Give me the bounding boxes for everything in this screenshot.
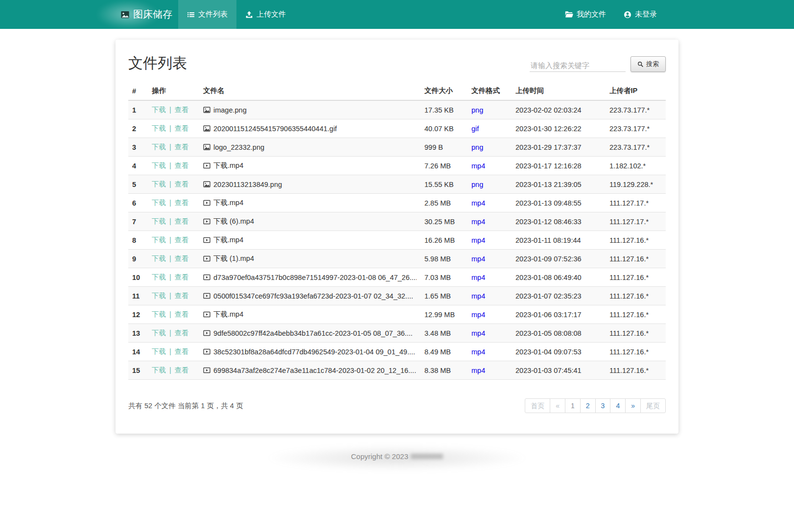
view-link[interactable]: 查看 (175, 292, 189, 300)
view-link[interactable]: 查看 (175, 143, 189, 151)
row-upload-time: 2023-01-29 17:37:37 (512, 138, 606, 157)
view-link[interactable]: 查看 (175, 236, 189, 244)
row-size: 30.25 MB (420, 212, 467, 231)
nav-item-label: 文件列表 (198, 10, 228, 19)
format-link[interactable]: mp4 (471, 367, 485, 374)
format-link[interactable]: mp4 (471, 255, 485, 263)
image-icon (203, 106, 210, 114)
format-link[interactable]: gif (471, 125, 479, 133)
row-filename: 下载.mp4 (199, 157, 420, 175)
view-link[interactable]: 查看 (175, 106, 189, 114)
row-size: 1.65 MB (420, 287, 467, 305)
format-link[interactable]: mp4 (471, 218, 485, 226)
nav-item-upload-file[interactable]: 上传文件 (236, 0, 295, 29)
row-upload-time: 2023-01-05 08:08:08 (512, 324, 606, 343)
view-link[interactable]: 查看 (175, 217, 189, 225)
view-link[interactable]: 查看 (175, 180, 189, 188)
format-link[interactable]: mp4 (471, 199, 485, 207)
nav-item-file-list[interactable]: 文件列表 (178, 0, 236, 29)
first-page-button: 首页 (525, 398, 550, 413)
download-link[interactable]: 下载 (152, 143, 166, 151)
video-icon (203, 311, 210, 318)
view-link[interactable]: 查看 (175, 366, 189, 374)
download-link[interactable]: 下载 (152, 292, 166, 300)
search-button[interactable]: 搜索 (631, 56, 666, 72)
download-link[interactable]: 下载 (152, 217, 166, 225)
format-link[interactable]: mp4 (471, 329, 485, 337)
filename-text: 0500f015347ce697fc93a193efa6723d-2023-01… (213, 292, 413, 300)
filename-cell: 9dfe58002c97ff42a4bebb34b17a61cc-2023-01… (203, 329, 417, 337)
download-link[interactable]: 下载 (152, 347, 166, 355)
format-link[interactable]: png (471, 181, 483, 188)
filename-cell: 下载.mp4 (203, 310, 417, 319)
row-filename: 下载.mp4 (199, 194, 420, 212)
download-link[interactable]: 下载 (152, 180, 166, 188)
video-icon (203, 292, 210, 300)
view-link[interactable]: 查看 (175, 347, 189, 355)
copyright-label: Copyright © 2023 (351, 452, 408, 461)
action-separator: | (166, 236, 175, 244)
row-index: 2 (128, 119, 148, 138)
search-input[interactable] (530, 59, 626, 72)
row-format: mp4 (467, 343, 512, 361)
download-link[interactable]: 下载 (152, 273, 166, 281)
row-format: mp4 (467, 157, 512, 175)
view-link[interactable]: 查看 (175, 162, 189, 169)
row-filename: 20230113213849.png (199, 175, 420, 194)
column-header: # (128, 82, 148, 100)
nav-item-login-status[interactable]: 未登录 (615, 0, 666, 29)
view-link[interactable]: 查看 (175, 254, 189, 262)
format-link[interactable]: mp4 (471, 162, 485, 170)
download-link[interactable]: 下载 (152, 124, 166, 132)
row-index: 1 (128, 100, 148, 119)
action-separator: | (166, 106, 175, 114)
download-link[interactable]: 下载 (152, 310, 166, 318)
row-size: 15.55 KB (420, 175, 467, 194)
row-upload-time: 2023-01-17 12:16:28 (512, 157, 606, 175)
view-link[interactable]: 查看 (175, 273, 189, 281)
download-link[interactable]: 下载 (152, 254, 166, 262)
download-link[interactable]: 下载 (152, 236, 166, 244)
nav-item-my-files[interactable]: 我的文件 (556, 0, 615, 29)
row-index: 15 (128, 361, 148, 380)
page-4-button[interactable]: 4 (610, 398, 626, 413)
row-filename: 9dfe58002c97ff42a4bebb34b17a61cc-2023-01… (199, 324, 420, 343)
download-link[interactable]: 下载 (152, 366, 166, 374)
brand-link[interactable]: 图床储存 (116, 0, 178, 29)
download-link[interactable]: 下载 (152, 106, 166, 114)
format-link[interactable]: png (471, 143, 483, 151)
row-filename: 699834a73af2e8c274e7a3e11ac1c784-2023-01… (199, 361, 420, 380)
format-link[interactable]: mp4 (471, 348, 485, 356)
download-link[interactable]: 下载 (152, 199, 166, 207)
filename-text: 下载.mp4 (213, 198, 243, 208)
filename-cell: 下载.mp4 (203, 235, 417, 245)
row-uploader-ip: 111.127.16.* (606, 287, 666, 305)
view-link[interactable]: 查看 (175, 199, 189, 207)
search-button-label: 搜索 (646, 60, 659, 69)
format-link[interactable]: mp4 (471, 311, 485, 319)
row-index: 12 (128, 305, 148, 324)
format-link[interactable]: png (471, 106, 483, 114)
row-actions: 下载|查看 (148, 250, 199, 268)
video-icon (203, 218, 210, 225)
page-3-button[interactable]: 3 (595, 398, 611, 413)
row-uploader-ip: 111.127.17.* (606, 194, 666, 212)
row-index: 13 (128, 324, 148, 343)
format-link[interactable]: mp4 (471, 236, 485, 244)
table-row: 9下载|查看下载 (1).mp45.98 MBmp42023-01-09 07:… (128, 250, 666, 268)
format-link[interactable]: mp4 (471, 292, 485, 300)
page-2-button[interactable]: 2 (580, 398, 596, 413)
next-page-button[interactable]: » (625, 398, 641, 413)
view-link[interactable]: 查看 (175, 329, 189, 337)
download-link[interactable]: 下载 (152, 162, 166, 169)
page-1-button: 1 (565, 398, 581, 413)
format-link[interactable]: mp4 (471, 274, 485, 281)
row-size: 8.38 MB (420, 361, 467, 380)
action-separator: | (166, 347, 175, 355)
row-index: 8 (128, 231, 148, 250)
view-link[interactable]: 查看 (175, 310, 189, 318)
filename-cell: 0500f015347ce697fc93a193efa6723d-2023-01… (203, 292, 417, 300)
download-link[interactable]: 下载 (152, 329, 166, 337)
view-link[interactable]: 查看 (175, 124, 189, 132)
row-uploader-ip: 111.127.16.* (606, 324, 666, 343)
